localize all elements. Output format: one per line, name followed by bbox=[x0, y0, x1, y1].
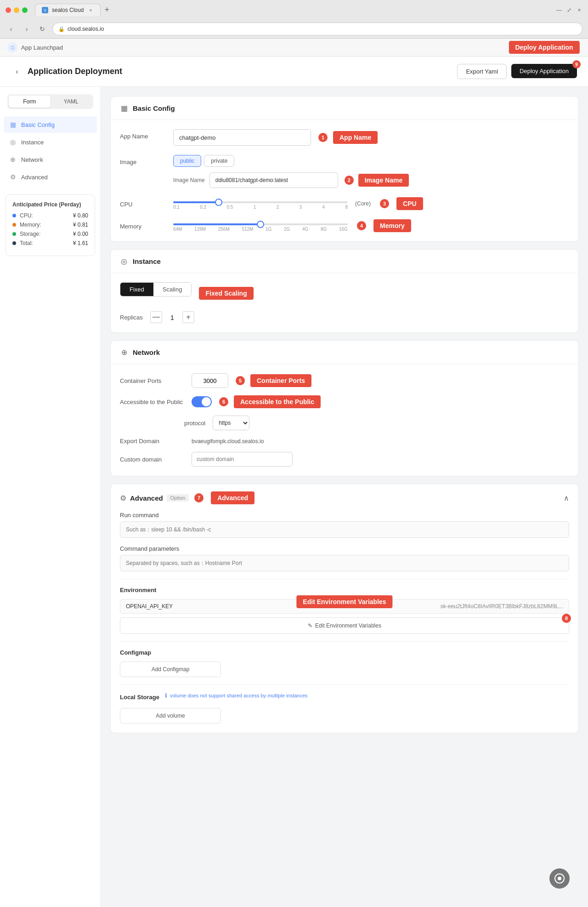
advanced-title: Advanced bbox=[130, 494, 163, 502]
sidebar-item-basic-config[interactable]: ▦ Basic Config bbox=[4, 116, 97, 133]
page-title: Application Deployment bbox=[28, 67, 122, 76]
tab-yaml[interactable]: YAML bbox=[51, 96, 92, 108]
win-close-btn[interactable]: × bbox=[576, 7, 582, 13]
scaling-btn[interactable]: Scaling bbox=[153, 283, 192, 296]
basic-config-section-icon: ▦ bbox=[120, 104, 128, 112]
app-icon: ⬡ bbox=[7, 42, 17, 52]
add-volume-button[interactable]: Add volume bbox=[120, 708, 221, 724]
price-storage-dot bbox=[12, 232, 16, 236]
nav-forward-btn[interactable]: › bbox=[21, 23, 32, 34]
instance-toggle: Fixed Scaling bbox=[120, 282, 192, 297]
close-window-btn[interactable] bbox=[6, 7, 11, 13]
app-name-badge: 1 bbox=[318, 133, 328, 142]
replicas-label: Replicas bbox=[120, 314, 143, 321]
storage-title-row: Local Storage ℹ volume does not support … bbox=[120, 692, 569, 704]
basic-config-body: App Name 1 App Name Image public private bbox=[111, 120, 578, 241]
env-section: Environment OPENAI_API_KEY sk-eeu2tJft4o… bbox=[120, 587, 569, 634]
ports-annotation: Container Ports bbox=[250, 374, 311, 387]
maximize-window-btn[interactable] bbox=[22, 7, 28, 13]
win-minimize-btn[interactable]: — bbox=[556, 7, 562, 13]
image-type-public-btn[interactable]: public bbox=[173, 155, 201, 167]
configmap-section: Configmap Add Configmap bbox=[120, 649, 569, 677]
price-cpu-dot bbox=[12, 214, 16, 217]
network-title-row: ⊕ Network bbox=[120, 348, 160, 356]
image-control: public private Image Name 2 Image Name bbox=[173, 155, 569, 188]
public-toggle[interactable] bbox=[192, 396, 212, 407]
deploy-badge: 9 bbox=[572, 60, 581, 68]
memory-form-label: Memory bbox=[120, 219, 166, 230]
advanced-section: ⚙ Advanced Option 7 Advanced ∧ Run comma… bbox=[110, 484, 579, 733]
price-cpu-label: CPU: bbox=[20, 212, 69, 219]
app-bar: ⬡ App Launchpad bbox=[0, 39, 588, 57]
deploy-application-button[interactable]: Deploy Application bbox=[511, 64, 577, 78]
memory-slider[interactable] bbox=[173, 223, 348, 225]
price-memory-label: Memory: bbox=[20, 222, 69, 228]
add-configmap-button[interactable]: Add Configmap bbox=[120, 662, 221, 677]
edit-env-button[interactable]: ✎ Edit Environment Variables bbox=[120, 617, 569, 634]
new-tab-btn[interactable]: + bbox=[101, 5, 113, 15]
minimize-window-btn[interactable] bbox=[14, 7, 19, 13]
advanced-option-badge: Option bbox=[167, 494, 189, 502]
run-cmd-input[interactable] bbox=[120, 521, 569, 538]
replica-plus-btn[interactable]: + bbox=[182, 311, 194, 323]
cmd-params-label: Command parameters bbox=[120, 545, 569, 552]
app-name-input[interactable] bbox=[173, 129, 311, 146]
minus-icon bbox=[153, 317, 160, 318]
sidebar-item-instance[interactable]: ◎ Instance bbox=[4, 134, 97, 150]
active-tab[interactable]: S sealos Cloud × bbox=[35, 4, 101, 16]
cpu-annotation: CPU bbox=[396, 197, 423, 210]
fixed-btn[interactable]: Fixed bbox=[120, 283, 153, 296]
image-type-private-btn[interactable]: private bbox=[204, 155, 234, 167]
back-button[interactable]: ‹ bbox=[11, 66, 23, 78]
sidebar-item-network[interactable]: ⊕ Network bbox=[4, 151, 97, 168]
nav-back-btn[interactable]: ‹ bbox=[6, 23, 17, 34]
edit-env-wrap: ✎ Edit Environment Variables 8 Edit Envi… bbox=[120, 617, 569, 634]
image-name-input[interactable] bbox=[209, 172, 338, 188]
custom-domain-input[interactable] bbox=[192, 452, 293, 467]
url-bar[interactable]: 🔒 cloud.sealos.io bbox=[52, 23, 582, 35]
run-command-row: Run command bbox=[120, 512, 569, 538]
nav-reload-btn[interactable]: ↻ bbox=[37, 23, 48, 34]
cpu-slider[interactable] bbox=[173, 201, 348, 203]
tab-close-btn[interactable]: × bbox=[87, 7, 94, 13]
protocol-select[interactable]: https http bbox=[213, 416, 249, 430]
price-total-value: ¥ 1.61 bbox=[73, 240, 88, 246]
basic-config-icon: ▦ bbox=[9, 121, 17, 128]
advanced-header[interactable]: ⚙ Advanced Option 7 Advanced ∧ bbox=[111, 484, 578, 512]
replica-control: 1 + bbox=[150, 311, 194, 323]
page-title-row: ‹ Application Deployment bbox=[11, 66, 122, 78]
advanced-title-row: ⚙ Advanced Option 7 Advanced bbox=[120, 491, 254, 504]
price-memory-dot bbox=[12, 223, 16, 227]
sidebar-item-advanced[interactable]: ⚙ Advanced bbox=[4, 169, 97, 185]
ports-control: 5 Container Ports bbox=[192, 373, 311, 388]
app-name-annotation: App Name bbox=[333, 131, 378, 144]
header-actions: Export Yaml Deploy Application 9 Deploy … bbox=[457, 64, 577, 79]
instance-icon: ◎ bbox=[9, 138, 17, 146]
cmd-params-input[interactable] bbox=[120, 555, 569, 571]
custom-domain-label: Custom domain bbox=[120, 456, 184, 463]
image-row: Image public private Image Name 2 Image … bbox=[120, 155, 569, 188]
instance-section-icon: ◎ bbox=[120, 257, 128, 265]
export-domain-label: Export Domain bbox=[120, 438, 184, 445]
replica-minus-btn[interactable] bbox=[150, 311, 162, 323]
ports-input[interactable] bbox=[192, 373, 228, 388]
image-type-tabs: public private bbox=[173, 155, 569, 167]
image-name-label: Image Name bbox=[173, 177, 205, 183]
export-domain-row: Export Domain bvaeugifompk.cloud.sealos.… bbox=[120, 438, 569, 445]
divider-3 bbox=[120, 685, 569, 685]
win-fullscreen-btn[interactable]: ⤢ bbox=[566, 7, 572, 13]
ports-form-label: Container Ports bbox=[120, 377, 184, 384]
instance-section: ◎ Instance Fixed Scaling Fixed Scaling R… bbox=[110, 249, 579, 333]
scrollbar-button[interactable] bbox=[549, 868, 570, 889]
cpu-control: 0.1 0.2 0.5 1 2 3 4 8 (Core) 3 bbox=[173, 197, 569, 210]
content-area: ▦ Basic Config App Name 1 App Name Image bbox=[101, 87, 588, 907]
titlebar: S sealos Cloud × + — ⤢ × bbox=[0, 0, 588, 20]
public-annotation: Accessible to the Public bbox=[234, 395, 321, 408]
tab-form[interactable]: Form bbox=[9, 96, 51, 108]
network-title: Network bbox=[133, 348, 160, 356]
traffic-lights bbox=[6, 7, 28, 13]
export-yaml-button[interactable]: Export Yaml bbox=[457, 64, 507, 79]
window-controls: — ⤢ × bbox=[556, 7, 582, 13]
storage-warning: ℹ volume does not support shared access … bbox=[165, 692, 308, 699]
price-total-row: Total: ¥ 1.61 bbox=[12, 240, 88, 246]
